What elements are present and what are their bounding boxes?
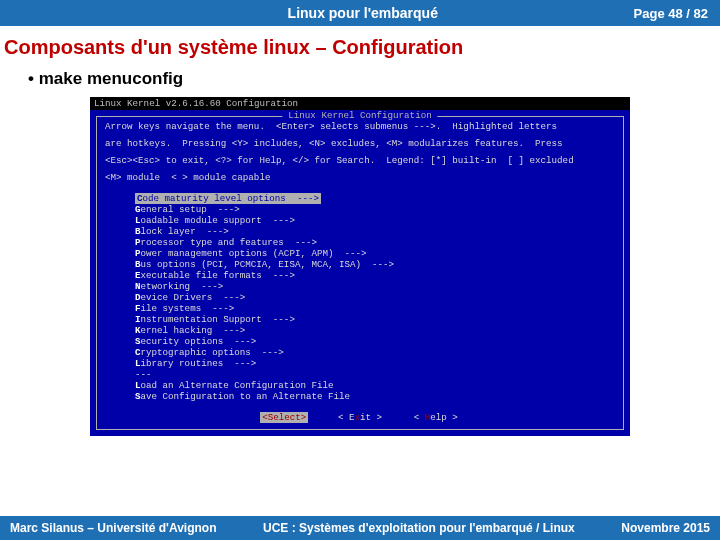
help-line-4: <M> module < > module capable [105, 172, 615, 183]
box-title: Linux Kernel Configuration [282, 110, 437, 121]
bullet-make-menuconfig: make menuconfig [0, 65, 720, 97]
menu-item[interactable]: Bus options (PCI, PCMCIA, EISA, MCA, ISA… [135, 259, 615, 270]
menu-item[interactable]: Cryptographic options ---> [135, 347, 615, 358]
help-button[interactable]: < Help > [412, 412, 460, 423]
menu-load-alt[interactable]: Load an Alternate Configuration File [135, 380, 615, 391]
menu-item[interactable]: Instrumentation Support ---> [135, 314, 615, 325]
help-line-2: are hotkeys. Pressing <Y> includes, <N> … [105, 138, 615, 149]
menu-item[interactable]: Security options ---> [135, 336, 615, 347]
select-button[interactable]: <Select> [260, 412, 308, 423]
menu-item[interactable]: File systems ---> [135, 303, 615, 314]
menu-separator: --- [135, 369, 615, 380]
footer-right: Novembre 2015 [621, 521, 710, 535]
menu-item[interactable]: Block layer ---> [135, 226, 615, 237]
slide-heading: Composants d'un système linux – Configur… [0, 26, 720, 65]
header-title: Linux pour l'embarqué [92, 5, 634, 21]
menu-item[interactable]: Processor type and features ---> [135, 237, 615, 248]
menu-item[interactable]: Kernel hacking ---> [135, 325, 615, 336]
menu-item[interactable]: Executable file formats ---> [135, 270, 615, 281]
terminal-title: Linux Kernel v2.6.16.60 Configuration [90, 97, 630, 110]
page-number: Page 48 / 82 [634, 6, 708, 21]
menu-item[interactable]: General setup ---> [135, 204, 615, 215]
menu-item[interactable]: Library routines ---> [135, 358, 615, 369]
menu-item[interactable]: Networking ---> [135, 281, 615, 292]
footer-left: Marc Silanus – Université d'Avignon [10, 521, 216, 535]
menu-item[interactable]: Device Drivers ---> [135, 292, 615, 303]
help-line-1: Arrow keys navigate the menu. <Enter> se… [105, 121, 615, 132]
menu-item[interactable]: Power management options (ACPI, APM) ---… [135, 248, 615, 259]
menu-item[interactable]: Code maturity level options ---> [135, 193, 321, 204]
menu-item[interactable]: Loadable module support ---> [135, 215, 615, 226]
menuconfig-frame: Linux Kernel Configuration Arrow keys na… [90, 110, 630, 437]
menuconfig-box: Linux Kernel Configuration Arrow keys na… [96, 116, 624, 431]
exit-button[interactable]: < Exit > [336, 412, 384, 423]
footer-bar: Marc Silanus – Université d'Avignon UCE … [0, 516, 720, 540]
screenshot: Linux Kernel v2.6.16.60 Configuration Li… [90, 97, 630, 436]
button-row: <Select> < Exit > < Help > [105, 412, 615, 423]
header-bar: Linux pour l'embarqué Page 48 / 82 [0, 0, 720, 26]
menu-list: Code maturity level options --->General … [105, 193, 615, 370]
footer-mid: UCE : Systèmes d'exploitation pour l'emb… [216, 521, 621, 535]
help-line-3: <Esc><Esc> to exit, <?> for Help, </> fo… [105, 155, 615, 166]
menu-save-alt[interactable]: Save Configuration to an Alternate File [135, 391, 615, 402]
